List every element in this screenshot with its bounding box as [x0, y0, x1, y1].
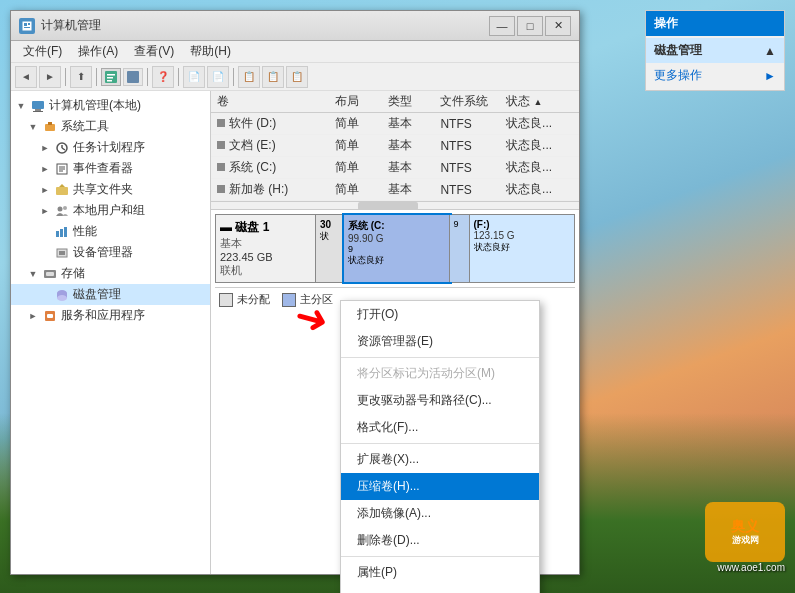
action-disk-label: 磁盘管理 [654, 42, 702, 59]
watermark: 奥义 游戏网 www.aoe1.com [705, 502, 785, 573]
part-extra: 状 [320, 230, 339, 243]
toolbar-btn-6[interactable]: 📄 [207, 66, 229, 88]
action-more-label: 更多操作 [654, 67, 702, 84]
svg-point-22 [58, 206, 63, 211]
storage-icon [42, 266, 58, 282]
context-menu-item[interactable]: 帮助(H) [341, 586, 539, 593]
context-menu-item[interactable]: 压缩卷(H)... [341, 473, 539, 500]
tree-item-users[interactable]: ► 本地用户和组 [11, 200, 210, 221]
action-disk-mgmt[interactable]: 磁盘管理 ▲ [646, 38, 784, 63]
partition-c[interactable]: 系统 (C: 99.90 G 9 状态良好 [344, 215, 450, 282]
table-cell: 状态良... [500, 179, 579, 201]
computer-icon [30, 98, 46, 114]
toolbar-btn-9[interactable]: 📋 [286, 66, 308, 88]
tree-arrow-services: ► [27, 310, 39, 322]
legend-label-unalloc: 未分配 [237, 292, 270, 307]
context-menu-separator [341, 357, 539, 358]
svg-rect-13 [48, 122, 52, 125]
disk-label-1: ▬ 磁盘 1 基本 223.45 GB 联机 [216, 215, 316, 282]
col-fs[interactable]: 文件系统 [434, 91, 500, 113]
tree-item-storage[interactable]: ▼ 存储 [11, 263, 210, 284]
forward-button[interactable]: ► [39, 66, 61, 88]
col-type[interactable]: 类型 [382, 91, 435, 113]
hscroll-bar[interactable] [211, 201, 579, 209]
menu-help[interactable]: 帮助(H) [182, 41, 239, 62]
tree-item-services[interactable]: ► 服务和应用程序 [11, 305, 210, 326]
toolbar-btn-3[interactable] [101, 68, 121, 86]
tree-item-device[interactable]: 设备管理器 [11, 242, 210, 263]
tree-arrow-task: ► [39, 142, 51, 154]
volume-table: 卷 布局 类型 文件系统 状态 ▲ 软件 (D:)简单基本NTFS状态良...文… [211, 91, 579, 201]
table-row[interactable]: 系统 (C:)简单基本NTFS状态良... [211, 157, 579, 179]
part-size-c: 99.90 G [348, 233, 445, 244]
tree-arrow-tools: ▼ [27, 121, 39, 133]
table-cell: NTFS [434, 179, 500, 201]
menu-view[interactable]: 查看(V) [126, 41, 182, 62]
context-menu-separator [341, 443, 539, 444]
table-cell: NTFS [434, 157, 500, 179]
svg-rect-8 [127, 71, 139, 83]
tree-item-share[interactable]: ► 共享文件夹 [11, 179, 210, 200]
tree-item-disk[interactable]: 磁盘管理 [11, 284, 210, 305]
tree-label-users: 本地用户和组 [73, 202, 145, 219]
context-menu-item[interactable]: 资源管理器(E) [341, 328, 539, 355]
context-menu-item[interactable]: 添加镜像(A)... [341, 500, 539, 527]
context-menu-item[interactable]: 删除卷(D)... [341, 527, 539, 554]
col-status[interactable]: 状态 ▲ [500, 91, 579, 113]
context-menu-item[interactable]: 扩展卷(X)... [341, 446, 539, 473]
menu-file[interactable]: 文件(F) [15, 41, 70, 62]
svg-rect-11 [33, 111, 43, 112]
col-volume[interactable]: 卷 [211, 91, 329, 113]
tree-label-services: 服务和应用程序 [61, 307, 145, 324]
table-row[interactable]: 软件 (D:)简单基本NTFS状态良... [211, 113, 579, 135]
col-layout[interactable]: 布局 [329, 91, 382, 113]
table-row[interactable]: 新加卷 (H:)简单基本NTFS状态良... [211, 179, 579, 201]
table-row[interactable]: 文档 (E:)简单基本NTFS状态良... [211, 135, 579, 157]
legend-label-primary: 主分区 [300, 292, 333, 307]
action-more[interactable]: 更多操作 ► [646, 63, 784, 88]
tree-item-tools[interactable]: ▼ 系统工具 [11, 116, 210, 137]
context-menu-item[interactable]: 属性(P) [341, 559, 539, 586]
context-menu-item[interactable]: 格式化(F)... [341, 414, 539, 441]
up-button[interactable]: ⬆ [70, 66, 92, 88]
context-menu-item[interactable]: 更改驱动器号和路径(C)... [341, 387, 539, 414]
partition-small[interactable]: 9 [450, 215, 470, 282]
tree-item-task[interactable]: ► 任务计划程序 [11, 137, 210, 158]
context-menu-separator [341, 556, 539, 557]
service-icon [42, 308, 58, 324]
toolbar-btn-5[interactable]: 📄 [183, 66, 205, 88]
context-menu-item[interactable]: 打开(O) [341, 301, 539, 328]
toolbar-btn-4[interactable] [123, 68, 143, 86]
table-cell: 新加卷 (H:) [211, 179, 329, 201]
users-icon [54, 203, 70, 219]
help-btn[interactable]: ❓ [152, 66, 174, 88]
close-button[interactable]: ✕ [545, 16, 571, 36]
tree-item-perf[interactable]: 性能 [11, 221, 210, 242]
toolbar-btn-7[interactable]: 📋 [238, 66, 260, 88]
maximize-button[interactable]: □ [517, 16, 543, 36]
menu-action[interactable]: 操作(A) [70, 41, 126, 62]
tree-item-root[interactable]: ▼ 计算机管理(本地) [11, 95, 210, 116]
context-menu: 打开(O)资源管理器(E)将分区标记为活动分区(M)更改驱动器号和路径(C)..… [340, 300, 540, 593]
part-name-unalloc: 30 [320, 219, 339, 230]
partition-f[interactable]: (F:) 123.15 G 状态良好 [470, 215, 575, 282]
table-cell: 简单 [329, 179, 382, 201]
svg-rect-10 [35, 109, 41, 111]
svg-rect-25 [60, 229, 63, 237]
minimize-button[interactable]: — [489, 16, 515, 36]
back-button[interactable]: ◄ [15, 66, 37, 88]
table-cell: 状态良... [500, 157, 579, 179]
svg-rect-26 [64, 227, 67, 237]
tree-item-event[interactable]: ► 事件查看器 [11, 158, 210, 179]
title-bar: 计算机管理 — □ ✕ [11, 11, 579, 41]
disk-size: 223.45 GB [220, 251, 311, 263]
action-panel: 操作 磁盘管理 ▲ 更多操作 ► [645, 10, 785, 91]
table-cell: 状态良... [500, 135, 579, 157]
disk-status: 联机 [220, 263, 311, 278]
partition-unalloc[interactable]: 30 状 [316, 215, 344, 282]
toolbar-btn-8[interactable]: 📋 [262, 66, 284, 88]
context-menu-item: 将分区标记为活动分区(M) [341, 360, 539, 387]
svg-rect-28 [59, 251, 65, 255]
tree-arrow-users: ► [39, 205, 51, 217]
svg-rect-21 [56, 187, 68, 195]
